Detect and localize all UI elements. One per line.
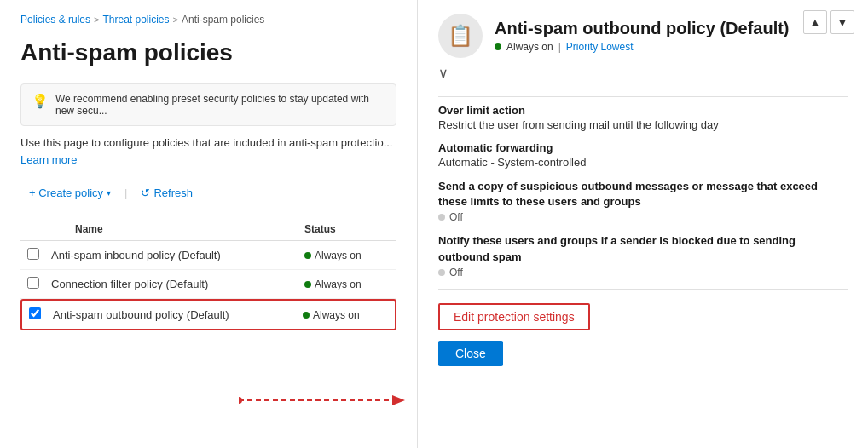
bulb-icon: 💡: [32, 93, 49, 109]
breadcrumb-policies-rules[interactable]: Policies & rules: [20, 14, 90, 26]
row-2-checkbox[interactable]: [27, 277, 39, 289]
divider-2: [438, 289, 848, 290]
policy-icon: 📋: [438, 14, 483, 58]
detail-section-2: Automatic forwarding Automatic - System-…: [438, 141, 848, 169]
policy-status-dot: [495, 43, 501, 50]
row-3-checkbox[interactable]: [29, 307, 41, 319]
row-1-checkbox-cell[interactable]: [27, 248, 44, 262]
section-1-value: Restrict the user from sending mail unti…: [438, 118, 848, 131]
row-1-checkbox[interactable]: [27, 248, 39, 260]
refresh-icon: ↺: [141, 187, 150, 199]
policy-status-text: Always on: [506, 41, 553, 53]
description-text: Use this page to configure policies that…: [20, 135, 396, 168]
section-4-value: Off: [438, 267, 848, 279]
off-dot-1: [438, 214, 445, 221]
nav-up-button[interactable]: ▲: [803, 10, 827, 34]
policy-icon-symbol: 📋: [448, 24, 473, 48]
create-policy-button[interactable]: + Create policy ▾: [20, 181, 119, 204]
toolbar-separator: |: [124, 187, 127, 199]
breadcrumb: Policies & rules > Threat policies > Ant…: [20, 14, 396, 26]
nav-down-button[interactable]: ▼: [830, 10, 854, 34]
detail-section-1: Over limit action Restrict the user from…: [438, 104, 848, 131]
section-3-value: Off: [438, 211, 848, 223]
section-3-label: Send a copy of suspicious outbound messa…: [438, 179, 848, 210]
divider: [438, 96, 848, 97]
row-2-name: Connection filter policy (Default): [51, 278, 304, 290]
table-row-selected[interactable]: Anti-spam outbound policy (Default) Alwa…: [20, 299, 396, 330]
nav-arrows: ▲ ▼: [803, 10, 854, 34]
row-2-status: Always on: [304, 279, 390, 290]
row-1-status: Always on: [304, 250, 390, 261]
banner-text: We recommend enabling preset security po…: [55, 93, 385, 117]
collapse-button[interactable]: ∨: [438, 65, 448, 81]
table-row[interactable]: Anti-spam inbound policy (Default) Alway…: [20, 241, 396, 270]
table-header: Name Status: [20, 218, 396, 241]
col-header-status: Status: [304, 223, 390, 235]
refresh-button[interactable]: ↺ Refresh: [132, 181, 201, 204]
row-2-status-dot: [304, 281, 311, 288]
policy-title-block: Anti-spam outbound policy (Default) Alwa…: [495, 19, 790, 53]
section-2-value: Automatic - System-controlled: [438, 156, 848, 169]
edit-btn-container: Edit protection settings: [438, 303, 848, 330]
row-1-status-dot: [304, 252, 311, 259]
learn-more-link[interactable]: Learn more: [20, 153, 77, 166]
svg-marker-1: [392, 395, 405, 405]
section-4-label: Notify these users and groups if a sende…: [438, 233, 848, 264]
row-3-status: Always on: [303, 309, 388, 321]
breadcrumb-sep-2: >: [173, 14, 178, 25]
close-button[interactable]: Close: [438, 341, 503, 366]
policy-status-line: Always on | Priority Lowest: [495, 41, 790, 53]
row-3-name: Anti-spam outbound policy (Default): [53, 308, 303, 321]
svg-point-2: [239, 397, 242, 404]
page-title: Anti-spam policies: [20, 39, 396, 66]
row-1-name: Anti-spam inbound policy (Default): [51, 249, 304, 261]
detail-section-4: Notify these users and groups if a sende…: [438, 233, 848, 278]
info-banner: 💡 We recommend enabling preset security …: [20, 83, 396, 126]
section-2-label: Automatic forwarding: [438, 141, 848, 154]
col-header-name: Name: [75, 223, 304, 235]
toolbar: + Create policy ▾ | ↺ Refresh: [20, 181, 396, 204]
breadcrumb-threat-policies[interactable]: Threat policies: [102, 14, 169, 26]
right-panel: ▲ ▼ 📋 Anti-spam outbound policy (Default…: [418, 0, 868, 448]
section-1-label: Over limit action: [438, 104, 848, 117]
table-row[interactable]: Connection filter policy (Default) Alway…: [20, 270, 396, 299]
policy-status-sep: |: [558, 41, 561, 53]
row-3-checkbox-cell[interactable]: [29, 307, 46, 322]
detail-section-3: Send a copy of suspicious outbound messa…: [438, 179, 848, 223]
breadcrumb-sep-1: >: [94, 14, 99, 25]
edit-protection-settings-button[interactable]: Edit protection settings: [438, 303, 590, 330]
policy-header: 📋 Anti-spam outbound policy (Default) Al…: [438, 14, 848, 58]
policy-name: Anti-spam outbound policy (Default): [495, 19, 790, 38]
off-dot-2: [438, 269, 445, 276]
chevron-down-icon: ▾: [107, 188, 111, 198]
row-3-status-dot: [303, 312, 310, 319]
priority-link[interactable]: Priority Lowest: [566, 41, 634, 53]
row-2-checkbox-cell[interactable]: [27, 277, 44, 291]
left-panel: Policies & rules > Threat policies > Ant…: [0, 0, 418, 448]
dashed-arrow-connector: [239, 388, 418, 413]
breadcrumb-current: Anti-spam policies: [182, 14, 264, 26]
